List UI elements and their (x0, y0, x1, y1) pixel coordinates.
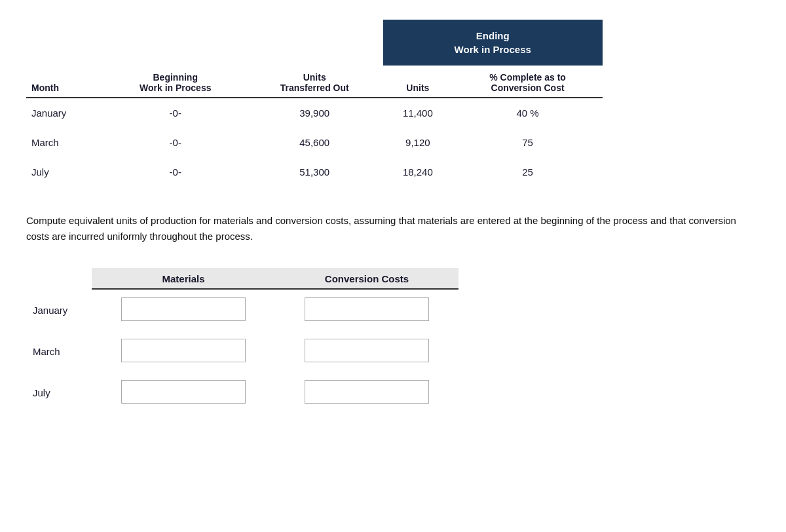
cell-bwip-march: -0- (105, 128, 246, 157)
cell-bwip-july: -0- (105, 157, 246, 187)
table-row: January -0- 39,900 11,400 40 % (26, 98, 603, 128)
col-units: Units (383, 66, 453, 98)
table-row: March -0- 45,600 9,120 75 (26, 128, 603, 157)
cell-month-march: March (26, 128, 105, 157)
conversion-input-january[interactable] (305, 297, 429, 321)
bottom-table-section: Materials Conversion Costs January (26, 268, 458, 413)
col-month: Month (26, 66, 105, 98)
materials-input-march[interactable] (121, 339, 246, 362)
bottom-col-month (26, 268, 92, 289)
cell-month-january: January (26, 98, 105, 128)
cell-conversion-july: 25 (453, 157, 603, 187)
bottom-col-materials: Materials (92, 268, 275, 289)
bottom-col-conversion: Conversion Costs (275, 268, 458, 289)
column-header-row: Month Beginning Work in Process Units Tr… (26, 66, 603, 98)
col-beginning-wip: Beginning Work in Process (105, 66, 246, 98)
bottom-materials-march (92, 331, 275, 372)
bottom-row-january: January (26, 289, 458, 331)
materials-input-january[interactable] (121, 297, 246, 321)
ending-header-row: Ending Work in Process (26, 20, 603, 66)
bottom-month-july: July (26, 372, 92, 413)
cell-conversion-march: 75 (453, 128, 603, 157)
cell-transferred-january: 39,900 (246, 98, 383, 128)
cell-transferred-march: 45,600 (246, 128, 383, 157)
bottom-row-july: July (26, 372, 458, 413)
cell-units-july: 18,240 (383, 157, 453, 187)
bottom-month-january: January (26, 289, 92, 331)
cell-conversion-january: 40 % (453, 98, 603, 128)
bottom-conversion-march (275, 331, 458, 372)
cell-transferred-july: 51,300 (246, 157, 383, 187)
bottom-materials-july (92, 372, 275, 413)
bottom-conversion-july (275, 372, 458, 413)
cell-bwip-january: -0- (105, 98, 246, 128)
top-table: Ending Work in Process Month Beginning W… (26, 20, 603, 187)
bottom-row-march: March (26, 331, 458, 372)
conversion-input-march[interactable] (305, 339, 429, 362)
cell-units-january: 11,400 (383, 98, 453, 128)
ending-wip-header: Ending Work in Process (383, 20, 603, 66)
cell-month-july: July (26, 157, 105, 187)
bottom-materials-january (92, 289, 275, 331)
col-units-transferred: Units Transferred Out (246, 66, 383, 98)
cell-units-march: 9,120 (383, 128, 453, 157)
description-text: Compute equivalent units of production f… (26, 213, 760, 244)
materials-input-july[interactable] (121, 380, 246, 404)
conversion-input-july[interactable] (305, 380, 429, 404)
table-row: July -0- 51,300 18,240 25 (26, 157, 603, 187)
bottom-header-row: Materials Conversion Costs (26, 268, 458, 289)
bottom-conversion-january (275, 289, 458, 331)
col-conversion-cost: % Complete as to Conversion Cost (453, 66, 603, 98)
bottom-month-march: March (26, 331, 92, 372)
top-table-section: Ending Work in Process Month Beginning W… (26, 20, 603, 187)
bottom-table: Materials Conversion Costs January (26, 268, 458, 413)
